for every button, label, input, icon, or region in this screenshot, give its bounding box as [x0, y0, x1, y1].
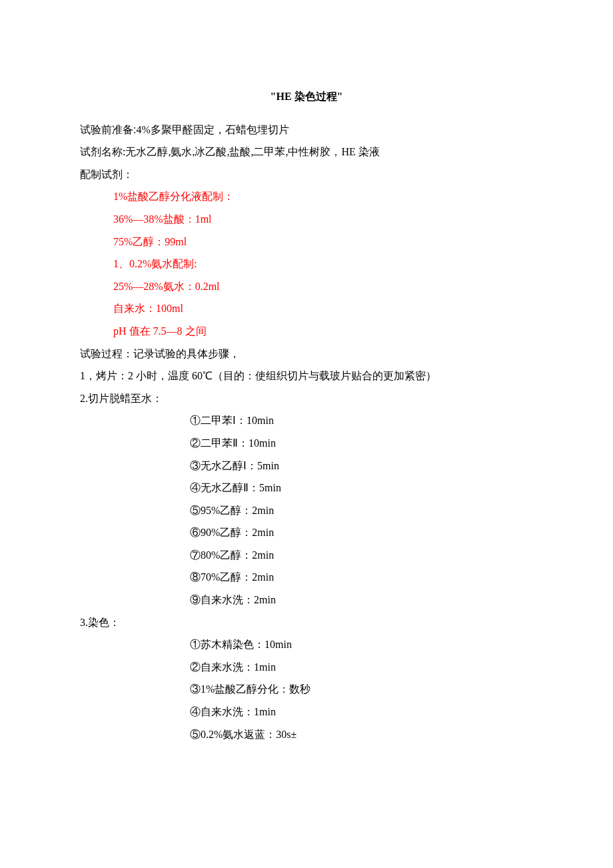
step-3-label: 3.染色： — [80, 611, 533, 634]
step-2-item: ⑥90%乙醇：2min — [80, 521, 533, 544]
step-2-item: ②二甲苯Ⅱ：10min — [80, 432, 533, 455]
reagent-red-line: 自来水：100ml — [80, 297, 533, 320]
step-2-item: ①二甲苯Ⅰ：10min — [80, 409, 533, 432]
preparation-line: 试验前准备:4%多聚甲醛固定，石蜡包埋切片 — [80, 119, 533, 141]
step-3-item: ⑤0.2%氨水返蓝：30s± — [80, 723, 533, 746]
reagent-red-line: 25%—28%氨水：0.2ml — [80, 275, 533, 298]
step-2-item: ③无水乙醇Ⅰ：5min — [80, 455, 533, 477]
step-3-item: ②自来水洗：1min — [80, 656, 533, 679]
step-2-item: ⑤95%乙醇：2min — [80, 499, 533, 522]
step-2-item: ⑦80%乙醇：2min — [80, 544, 533, 567]
step-3-item: ④自来水洗：1min — [80, 701, 533, 723]
step-2-label: 2.切片脱蜡至水： — [80, 387, 533, 410]
step-2-item: ④无水乙醇Ⅱ：5min — [80, 477, 533, 499]
document-title: "HE 染色过程" — [80, 85, 533, 108]
preparation-label: 试验前准备: — [80, 124, 136, 135]
step-3-item: ①苏木精染色：10min — [80, 633, 533, 656]
process-label: 试验过程：记录试验的具体步骤， — [80, 343, 533, 365]
step-2-item: ⑨自来水洗：2min — [80, 589, 533, 611]
reagent-red-line: 1、0.2%氨水配制: — [80, 253, 533, 275]
reagent-prep-label: 配制试剂： — [80, 163, 533, 186]
step-1: 1，烤片：2 小时，温度 60℃（目的：使组织切片与载玻片贴合的更加紧密） — [80, 365, 533, 387]
reagent-red-line: pH 值在 7.5—8 之间 — [80, 320, 533, 343]
step-3-item: ③1%盐酸乙醇分化：数秒 — [80, 678, 533, 701]
preparation-text: 4%多聚甲醛固定，石蜡包埋切片 — [136, 124, 289, 135]
reagent-names: 试剂名称:无水乙醇,氨水,冰乙酸,盐酸,二甲苯,中性树胶，HE 染液 — [80, 141, 533, 163]
reagent-red-line: 75%乙醇：99ml — [80, 231, 533, 253]
reagent-red-line: 36%—38%盐酸：1ml — [80, 208, 533, 231]
document-page: "HE 染色过程" 试验前准备:4%多聚甲醛固定，石蜡包埋切片 试剂名称:无水乙… — [0, 0, 613, 785]
step-2-item: ⑧70%乙醇：2min — [80, 566, 533, 589]
reagent-red-line: 1%盐酸乙醇分化液配制： — [80, 185, 533, 208]
